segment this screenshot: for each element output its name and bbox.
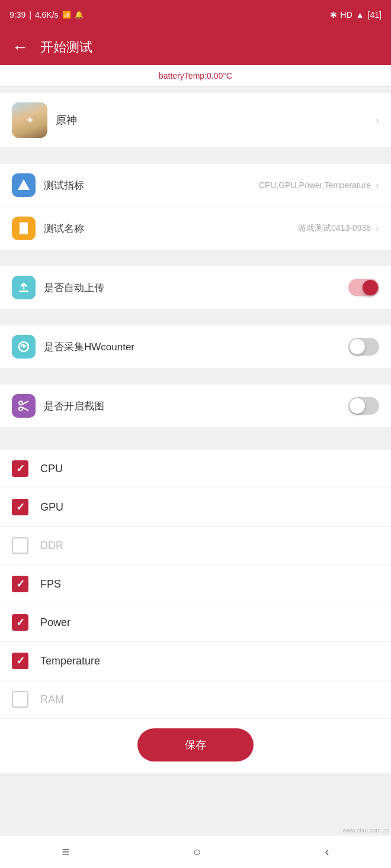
separator-4	[0, 374, 391, 379]
app-card: 原神 ›	[0, 93, 391, 147]
screenshot-label: 是否开启截图	[44, 399, 348, 413]
checkbox-ddr-label: DDR	[40, 540, 63, 552]
hwcounter-toggle[interactable]	[348, 338, 379, 356]
svg-rect-3	[19, 291, 28, 292]
metrics-icon	[12, 173, 36, 197]
auto-upload-item: 是否自动上传	[0, 266, 391, 309]
save-btn-container: 保存	[0, 719, 391, 773]
signal-icon: 📶	[62, 11, 71, 19]
status-bar: 9:39 | 4.6K/s 📶 🔔 ✱ HD ▲ [41]	[0, 0, 391, 30]
settings-card: 测试指标 CPU,GPU,Power,Temperature › 测试名称 游戏…	[0, 164, 391, 250]
checkbox-cpu-item[interactable]: CPU	[0, 450, 391, 488]
app-item[interactable]: 原神 ›	[0, 93, 391, 147]
checkbox-temperature[interactable]	[12, 653, 28, 669]
save-button[interactable]: 保存	[137, 728, 254, 761]
checkbox-ram-item[interactable]: RAM	[0, 680, 391, 719]
screenshot-card: 是否开启截图	[0, 385, 391, 427]
app-name: 原神	[56, 113, 376, 127]
bookmark-icon-svg	[17, 221, 31, 235]
bluetooth-icon: ✱	[330, 10, 337, 20]
spacer-1	[0, 438, 391, 450]
auto-upload-toggle[interactable]	[348, 279, 379, 296]
checkbox-power-label: Power	[40, 617, 70, 629]
app-icon	[12, 102, 47, 138]
battery-temp-text: batteryTemp:0.00°C	[159, 71, 232, 80]
checkbox-ddr[interactable]	[12, 537, 28, 554]
checkbox-gpu-label: GPU	[40, 501, 63, 514]
svg-line-8	[23, 401, 29, 405]
separator-3	[0, 315, 391, 320]
signal-bars-icon: HD	[341, 10, 352, 20]
checkbox-ddr-item[interactable]: DDR	[0, 527, 391, 565]
checkbox-cpu-label: CPU	[40, 463, 63, 475]
upload-icon-svg	[17, 280, 31, 295]
auto-upload-card: 是否自动上传	[0, 266, 391, 309]
bottom-spacer	[0, 773, 391, 809]
separator-1	[0, 153, 391, 158]
metrics-item[interactable]: 测试指标 CPU,GPU,Power,Temperature ›	[0, 164, 391, 207]
svg-line-9	[23, 408, 29, 411]
test-name-label: 测试名称	[44, 222, 298, 235]
checkbox-gpu[interactable]	[12, 499, 28, 515]
header: ← 开始测试	[0, 30, 391, 65]
checkbox-ram-label: RAM	[40, 693, 64, 706]
status-left: 9:39 | 4.6K/s 📶 🔔	[9, 10, 84, 20]
checkbox-power-item[interactable]: Power	[0, 604, 391, 642]
screenshot-item: 是否开启截图	[0, 385, 391, 427]
nav-home-button[interactable]: ○	[175, 840, 219, 864]
metrics-chevron: ›	[376, 179, 379, 192]
test-name-value: 游戏测试0413-0938	[298, 223, 371, 234]
back-button[interactable]: ←	[12, 38, 28, 57]
status-network-speed: 4.6K/s	[35, 10, 59, 20]
page-title: 开始测试	[40, 38, 92, 56]
watermark: www.cfan.com.cn	[342, 827, 389, 834]
nav-back-button[interactable]: ‹	[307, 840, 347, 864]
separator-2	[0, 256, 391, 260]
checkbox-temperature-item[interactable]: Temperature	[0, 642, 391, 680]
status-speed: |	[29, 10, 31, 20]
svg-point-7	[19, 407, 23, 411]
wifi-icon: ▲	[356, 10, 364, 20]
checkbox-cpu[interactable]	[12, 460, 28, 477]
checkbox-ram[interactable]	[12, 691, 28, 708]
hwcounter-icon-svg	[17, 340, 31, 354]
checkbox-fps-item[interactable]: FPS	[0, 565, 391, 604]
status-time: 9:39	[9, 10, 25, 20]
svg-point-5	[23, 346, 25, 348]
svg-marker-0	[18, 179, 30, 190]
bottom-nav: ≡ ○ ‹	[0, 835, 391, 868]
hwcounter-item: 是否采集HWcounter	[0, 325, 391, 368]
checkbox-fps-label: FPS	[40, 578, 61, 591]
auto-upload-label: 是否自动上传	[44, 281, 348, 295]
battery-temp-bar: batteryTemp:0.00°C	[0, 65, 391, 87]
hwcounter-card: 是否采集HWcounter	[0, 325, 391, 368]
auto-upload-icon	[12, 276, 36, 299]
test-name-chevron: ›	[376, 222, 379, 235]
separator-5	[0, 433, 391, 438]
checkbox-list: CPU GPU DDR FPS Power Temperature RAM 保存	[0, 450, 391, 773]
metrics-label: 测试指标	[44, 179, 259, 192]
checkbox-power[interactable]	[12, 614, 28, 631]
checkbox-temperature-label: Temperature	[40, 655, 100, 667]
checkbox-fps[interactable]	[12, 576, 28, 592]
metrics-value: CPU,GPU,Power,Temperature	[259, 180, 371, 190]
hwcounter-icon	[12, 335, 36, 359]
checkbox-gpu-item[interactable]: GPU	[0, 488, 391, 527]
svg-point-6	[19, 401, 23, 405]
chevron-icon: ›	[376, 114, 379, 127]
screenshot-icon	[12, 394, 36, 418]
nfc-icon: 🔔	[75, 11, 84, 19]
hwcounter-label: 是否采集HWcounter	[44, 340, 348, 354]
nav-menu-button[interactable]: ≡	[44, 840, 87, 864]
test-name-icon	[12, 217, 36, 240]
screenshot-toggle[interactable]	[348, 397, 379, 415]
metrics-icon-svg	[17, 178, 31, 192]
scissors-icon-svg	[17, 399, 31, 413]
battery-icon: [41]	[368, 10, 382, 20]
test-name-item[interactable]: 测试名称 游戏测试0413-0938 ›	[0, 207, 391, 250]
status-right: ✱ HD ▲ [41]	[330, 10, 382, 20]
